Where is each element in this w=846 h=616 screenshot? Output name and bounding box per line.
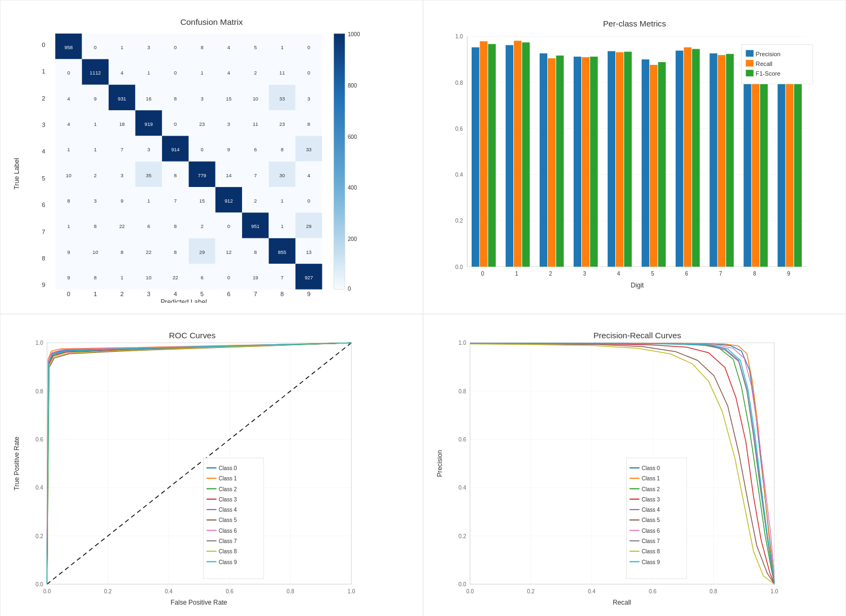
pr-leg-label-6: Class 6 [642,528,660,534]
val-0-3: 3 [147,45,150,50]
cm-col-7: 7 [254,291,257,297]
val-8-2: 8 [120,250,123,255]
val-1-2: 4 [120,70,123,76]
bar-precision-2 [540,53,547,267]
pr-y10: 1.0 [459,340,466,346]
val-5-3: 35 [146,173,151,178]
roc-leg-label-6: Class 6 [219,528,237,534]
cb-600: 600 [348,134,357,140]
cm-row-2: 2 [42,95,45,102]
roc-y0: 0.0 [36,581,43,587]
cb-0: 0 [348,286,351,292]
pr-x08: 0.8 [710,588,717,594]
bar-recall-1 [514,41,521,266]
pcm-xlabel: Digit [630,282,644,289]
cm-col-4: 4 [173,291,177,297]
roc-x04: 0.4 [165,588,172,594]
bar-group-2: 2 [540,53,564,277]
roc-x10: 1.0 [347,588,355,594]
val-3-9: 8 [307,122,310,127]
cm-ylabel: True Label [13,158,21,190]
pr-leg-label-5: Class 5 [642,518,660,524]
bar-f1-9 [794,56,802,267]
val-2-8: 33 [279,96,285,102]
val-7-9: 29 [306,224,311,229]
val-5-4: 8 [174,173,177,178]
roc-leg-label-5: Class 5 [219,518,237,524]
cm-row-9: 9 [42,282,45,288]
val-2-2: 931 [118,96,126,102]
pr-y04: 0.4 [459,485,466,491]
pr-y06: 0.6 [459,437,466,443]
xlabel-9: 9 [787,271,790,277]
val-7-6: 0 [227,224,230,229]
val-7-3: 6 [147,224,150,229]
bar-f1-8 [760,63,768,267]
val-7-7: 951 [251,224,259,229]
cm-col-8: 8 [280,291,284,297]
pr-y02: 0.2 [459,533,466,539]
roc-y10: 1.0 [36,340,43,346]
xlabel-5: 5 [651,271,654,277]
val-0-2: 1 [120,45,123,50]
bar-f1-2 [556,56,563,267]
pr-x0: 0.0 [466,588,474,594]
roc-leg-label-0: Class 0 [219,465,237,471]
legend-f1-color [746,70,754,76]
pr-leg-label-9: Class 9 [642,559,660,565]
xlabel-7: 7 [719,271,722,277]
bar-precision-8 [743,62,751,267]
cm-row-5: 5 [42,175,45,182]
colorbar [334,34,345,289]
cm-row-6: 6 [42,202,45,208]
val-1-0: 0 [67,70,70,76]
val-5-9: 4 [307,173,310,178]
xlabel-6: 6 [685,271,688,277]
val-8-1: 10 [92,250,98,255]
val-5-7: 7 [254,173,257,178]
cm-xlabel: Predicted Label [160,298,207,303]
bar-recall-2 [548,58,555,267]
bar-precision-3 [574,57,581,267]
bar-precision-7 [710,53,717,267]
val-8-8: 855 [278,250,286,255]
pr-svg: Precision-Recall Curves 0.0 0.2 0.4 [434,325,835,613]
val-5-2: 3 [120,173,123,178]
bar-group-9: 9 [777,56,802,277]
roc-x08: 0.8 [287,588,294,594]
bar-recall-0 [480,41,487,266]
val-8-3: 22 [146,250,151,255]
bar-precision-6 [676,51,683,267]
pr-xlabel: Recall [613,599,631,606]
val-1-5: 1 [200,70,203,76]
pr-leg-label-4: Class 4 [642,507,660,513]
val-6-6: 912 [225,198,233,204]
val-6-3: 1 [147,198,150,204]
bar-f1-5 [658,62,666,267]
bar-f1-0 [488,44,495,266]
bar-precision-1 [506,45,513,267]
legend-recall-label: Recall [756,61,773,67]
legend-f1-label: F1-Score [756,70,781,77]
confusion-matrix-container: Confusion Matrix True Label 0 1 2 3 4 5 … [0,0,423,314]
val-8-5: 29 [199,250,205,255]
bar-f1-1 [522,42,529,266]
val-2-4: 8 [174,96,177,102]
pr-x02: 0.2 [527,588,535,594]
val-9-9: 927 [305,275,313,280]
bar-recall-7 [718,55,726,267]
per-class-metrics-svg: Per-class Metrics 0.0 0.2 0.4 0.6 0.8 1.… [434,11,835,303]
val-2-3: 16 [146,96,151,102]
ylabel-04: 0.4 [455,172,463,178]
roc-leg-label-2: Class 2 [219,486,237,492]
roc-x0: 0.0 [43,588,51,594]
roc-y02: 0.2 [36,533,43,539]
val-1-8: 11 [279,70,285,76]
val-0-4: 0 [174,45,177,50]
cm-col-1: 1 [93,291,97,297]
bar-group-6: 6 [676,48,700,277]
pr-leg-label-8: Class 8 [642,548,660,554]
ylabel-02: 0.2 [455,218,463,224]
val-2-9: 3 [307,96,310,102]
val-8-7: 8 [254,250,257,255]
